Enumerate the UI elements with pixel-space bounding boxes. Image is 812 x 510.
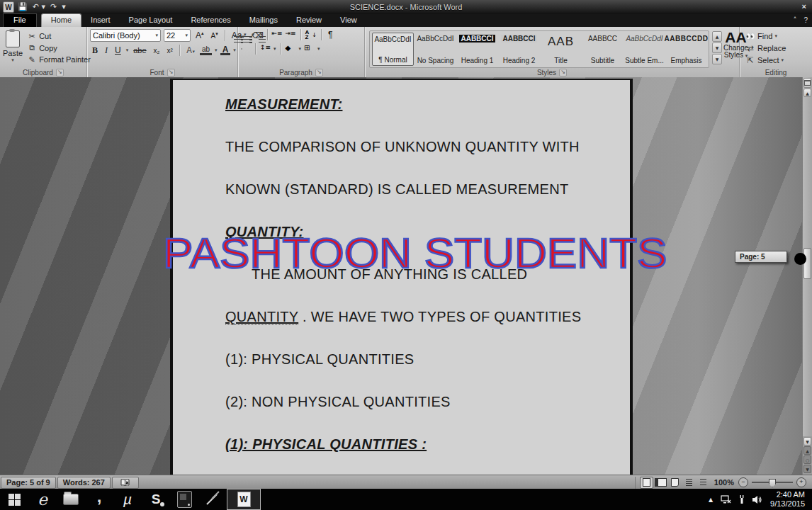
style-subtle-em-[interactable]: AaBbCcDdISubtle Em... [624,33,665,66]
previous-page-icon[interactable]: ▲ [803,446,811,455]
scrollbar-thumb[interactable] [803,248,811,279]
tab-file[interactable]: File [3,13,37,27]
cut-icon: ✂ [27,31,37,41]
styles-scroll-up-icon[interactable]: ▲ [712,31,722,42]
format-painter-button[interactable]: ✎Format Painter [26,54,92,65]
shrink-font-button[interactable]: A▾ [209,31,220,40]
tab-home[interactable]: Home [41,13,81,27]
word-app-icon[interactable]: W [3,1,14,13]
help-icon[interactable]: ? [803,16,808,24]
volume-icon[interactable] [752,495,762,504]
decrease-indent-button[interactable]: ⇤≡ [272,30,283,40]
zoom-control: − + [738,477,806,487]
bold-button[interactable]: B [90,45,100,56]
word-taskbar-button[interactable]: W [227,489,261,510]
find-button[interactable]: 👀Find▾ [744,30,787,42]
browse-object-icon[interactable]: ○ [803,455,811,464]
spellcheck-status[interactable] [112,477,139,489]
tab-view[interactable]: View [331,14,366,27]
select-button[interactable]: ⇱Select▾ [744,55,787,66]
qat-customize-button[interactable]: ▾ [60,2,67,12]
styles-more-icon[interactable]: ▼ [712,54,722,64]
tab-review[interactable]: Review [287,14,331,27]
vertical-scrollbar[interactable]: ▲ ▼ ▲ ○ ▼ [802,77,812,475]
clock[interactable]: 2:40 AM 9/13/2015 [770,490,805,509]
borders-button[interactable]: ⊞ [304,44,315,54]
paragraph-dialog-launcher[interactable]: ↘ [315,69,323,76]
subscript-button[interactable]: x₂ [152,47,162,55]
tab-insert[interactable]: Insert [81,14,120,27]
status-bar: Page: 5 of 9 Words: 267 100% − + [0,475,812,489]
usb-device-icon[interactable] [739,495,745,504]
style-subtitle[interactable]: AABBCCSubtitle [582,33,623,66]
utorrent-taskbar-button[interactable]: µ [113,489,142,509]
tab-references[interactable]: References [181,14,239,27]
text-effects-button[interactable]: A▾ [184,45,197,55]
editor-taskbar-button[interactable] [198,489,227,509]
styles-scroll-down-icon[interactable]: ▼ [712,42,722,53]
media-player-taskbar-button[interactable]: , [85,489,113,509]
page-indicator[interactable]: Page: 5 of 9 [1,477,56,489]
tab-mailings[interactable]: Mailings [240,14,287,27]
app-taskbar-button[interactable] [170,489,198,509]
document-line: THE COMPARISON OF UNKNOWN QUANTITY WITH [225,139,616,155]
font-name-combo[interactable]: Calibri (Body)▾ [90,29,161,42]
web-layout-view-button[interactable] [668,477,682,489]
italic-button[interactable]: I [103,45,110,56]
style-heading-2[interactable]: AABBCCIHeading 2 [499,33,539,66]
tab-page-layout[interactable]: Page Layout [120,14,182,27]
increase-indent-button[interactable]: ⇥≡ [286,30,296,40]
redo-button[interactable]: ↷ [49,2,58,12]
copy-button[interactable]: ⧉Copy [26,42,92,54]
save-button[interactable]: 💾 [16,2,29,12]
line-spacing-button[interactable]: ↕≡ [260,44,271,54]
style--normal[interactable]: AaBbCcDdI¶ Normal [372,33,414,66]
style-title[interactable]: AABTitle [541,33,581,66]
scroll-up-icon[interactable]: ▲ [803,89,811,97]
style-no-spacing[interactable]: AaBbCcDdINo Spacing [415,33,456,66]
print-layout-view-button[interactable] [640,477,653,489]
tray-expand-icon[interactable]: ▲ [709,497,713,503]
font-color-button[interactable]: A [220,46,231,55]
grow-font-button[interactable]: A▴ [193,30,206,40]
zoom-slider-track[interactable] [752,482,793,483]
clipboard-dialog-launcher[interactable]: ↘ [56,69,64,76]
view-ruler-button[interactable] [803,78,811,88]
undo-button[interactable]: ↶ ▾ [31,2,47,12]
full-screen-reading-view-button[interactable] [654,477,667,489]
align-left-button[interactable] [241,48,242,50]
zoom-slider-thumb[interactable] [769,479,776,487]
shading-button[interactable]: ◆ [286,44,296,54]
replace-button[interactable]: ⇄Replace [744,42,787,54]
underline-button[interactable]: U [113,45,123,55]
strikethrough-button[interactable]: abe [131,46,148,55]
zoom-level[interactable]: 100% [714,478,734,487]
zoom-out-icon[interactable]: − [738,477,748,487]
sort-button[interactable]: AZ [305,30,310,40]
scroll-down-icon[interactable]: ▼ [803,437,811,446]
start-button[interactable] [0,489,28,509]
font-dialog-launcher[interactable]: ↘ [167,69,175,76]
internet-explorer-taskbar-button[interactable]: e [28,489,57,509]
style-heading-1[interactable]: AABBCCIHeading 1 [457,33,497,66]
word-count[interactable]: Words: 267 [57,477,111,489]
next-page-icon[interactable]: ▼ [803,465,811,473]
superscript-button[interactable]: x² [164,47,174,55]
draft-view-button[interactable] [697,477,710,489]
close-icon[interactable]: × [802,2,806,11]
minimize-ribbon-icon[interactable]: ˄ [793,16,796,24]
cut-button[interactable]: ✂Cut [26,30,92,42]
style-emphasis[interactable]: AABBCCDDEmphasis [666,33,706,66]
windows-logo-icon [9,494,21,506]
network-status-icon[interactable] [721,495,731,504]
file-explorer-taskbar-button[interactable] [57,489,85,509]
skype-taskbar-button[interactable]: S [142,489,170,509]
font-size-combo[interactable]: 22▾ [164,29,191,42]
outline-view-button[interactable] [682,477,696,489]
styles-dialog-launcher[interactable]: ↘ [559,69,567,76]
highlight-color-button[interactable]: ab [200,46,212,55]
document-line: (2): NON PHYSICAL QUANTITIES [225,394,616,410]
show-marks-button[interactable]: ¶ [326,30,334,40]
paste-button[interactable]: Paste ▾ [3,29,23,68]
zoom-in-icon[interactable]: + [796,477,806,487]
